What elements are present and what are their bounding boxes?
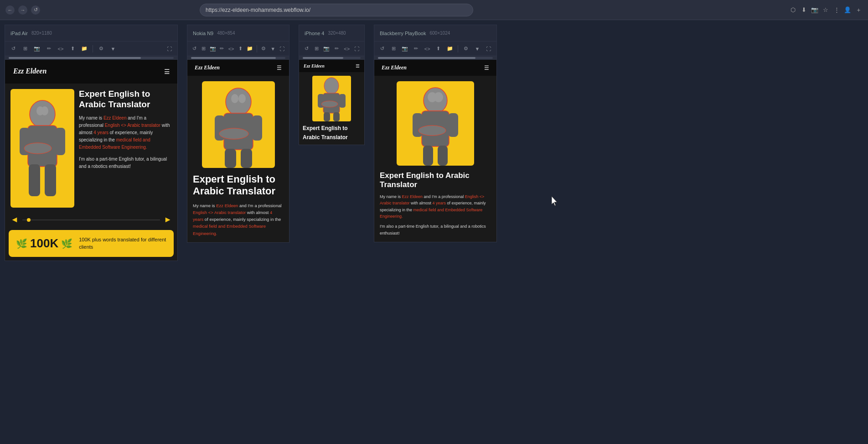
iphone-hero-image xyxy=(312,76,351,121)
nokia-tb-options[interactable]: ⚙ xyxy=(260,44,267,53)
svg-rect-14 xyxy=(225,149,236,168)
tb-expand[interactable]: ⛶ xyxy=(165,44,174,53)
svg-point-25 xyxy=(321,101,338,107)
browser-chrome: ← → ↺ https://ezz-eldeen-mohammeds.webfl… xyxy=(0,0,868,20)
nokia-label: Nokia N9 xyxy=(193,31,213,36)
bb-tb-camera[interactable]: 📷 xyxy=(400,44,409,53)
bb-hamburger[interactable]: ☰ xyxy=(484,65,489,71)
bookmark-icon[interactable]: ☆ xyxy=(822,6,830,14)
add-tab-icon[interactable]: ＋ xyxy=(854,6,863,14)
iphone-toolbar: ↺ ⊞ 📷 ✏ <> ⛶ xyxy=(299,42,364,56)
nokia-tb-expand[interactable]: ⛶ xyxy=(279,44,285,53)
browser-action-icons: ⬡ ⬇ 📷 ☆ ⋮ 👤 ＋ xyxy=(789,6,863,14)
menu-icon[interactable]: ⋮ xyxy=(832,6,841,14)
bb-tb-expand[interactable]: ⛶ xyxy=(484,44,493,53)
blackberry-label: Blackberry PlayBook xyxy=(380,31,426,36)
bb-hero-body-2: I'm also a part-time English tutor, a bi… xyxy=(380,223,491,236)
ipad-hamburger[interactable]: ☰ xyxy=(164,68,170,75)
bb-tb-grid[interactable]: ⊞ xyxy=(389,44,398,53)
bb-tb-sep xyxy=(458,45,458,52)
iphone-nav: Ezz Eldeen ☰ xyxy=(299,60,364,72)
nokia-tb-code[interactable]: <> xyxy=(228,44,234,53)
iphone-hamburger[interactable]: ☰ xyxy=(356,63,360,68)
tb-settings[interactable]: ⚙ xyxy=(97,44,106,53)
iphone-hero: Expert English to Arabic Translator xyxy=(299,72,364,145)
blackberry-toolbar: ↺ ⊞ 📷 ✏ <> ⬆ 📁 ⚙ ▼ ⛶ xyxy=(374,42,496,56)
nokia-n9-preview: Nokia N9 480×854 ↺ ⊞ 📷 ✏ <> ⬆ 📁 ⚙ ▼ ⛶ Ez… xyxy=(187,25,289,243)
nokia-nav: Ezz Eldeen ☰ xyxy=(187,60,289,76)
bb-site-content: Ezz Eldeen ☰ xyxy=(374,60,496,242)
nokia-toolbar: ↺ ⊞ 📷 ✏ <> ⬆ 📁 ⚙ ▼ ⛶ xyxy=(187,42,289,56)
tb-code[interactable]: <> xyxy=(56,44,65,53)
download-icon[interactable]: ⬇ xyxy=(800,6,808,14)
iphone-scroll-track xyxy=(303,57,361,59)
screenshot-icon[interactable]: 📷 xyxy=(811,6,819,14)
iphone-tb-camera[interactable]: 📷 xyxy=(323,44,330,53)
nokia-tb-refresh[interactable]: ↺ xyxy=(191,44,197,53)
tb-edit[interactable]: ✏ xyxy=(44,44,53,53)
nokia-tb-up[interactable]: ⬆ xyxy=(237,44,243,53)
iphone-hero-title: Expert English to xyxy=(303,125,361,131)
svg-rect-4 xyxy=(55,128,65,155)
bb-hero-image xyxy=(397,81,474,166)
bb-tb-refresh[interactable]: ↺ xyxy=(378,44,387,53)
svg-rect-29 xyxy=(448,113,458,137)
bb-tb-edit[interactable]: ✏ xyxy=(412,44,420,53)
nokia-tb-settings-dd[interactable]: ▼ xyxy=(270,44,276,53)
iphone-tb-edit[interactable]: ✏ xyxy=(333,44,341,53)
nokia-scroll-track xyxy=(191,57,285,59)
bb-tb-folder[interactable]: 📁 xyxy=(445,44,454,53)
tb-up[interactable]: ⬆ xyxy=(68,44,77,53)
tb-grid[interactable]: ⊞ xyxy=(21,44,30,53)
nokia-tb-grid[interactable]: ⊞ xyxy=(200,44,207,53)
profile-icon[interactable]: 👤 xyxy=(843,6,852,14)
back-button[interactable]: ← xyxy=(5,5,15,15)
bb-scroll-thumb xyxy=(378,57,475,59)
svg-rect-24 xyxy=(333,112,340,121)
url-bar[interactable]: https://ezz-eldeen-mohammeds.webflow.io/ xyxy=(200,4,473,16)
ipad-logo: Ezz Eldeen xyxy=(12,64,49,79)
svg-point-18 xyxy=(219,128,248,139)
tb-refresh[interactable]: ↺ xyxy=(9,44,18,53)
iphone-hero-title-2: Arabic Translator xyxy=(303,134,361,141)
iphone-tb-expand[interactable]: ⛶ xyxy=(353,44,361,53)
ipad-hero-text: Expert English to Arabic Translator My n… xyxy=(79,89,172,170)
tb-options[interactable]: ▼ xyxy=(108,44,118,53)
nokia-tb-edit[interactable]: ✏ xyxy=(219,44,225,53)
ipad-scroll[interactable] xyxy=(5,56,177,60)
tb-camera[interactable]: 📷 xyxy=(32,44,41,53)
bb-tb-up[interactable]: ⬆ xyxy=(434,44,443,53)
bb-tb-code[interactable]: <> xyxy=(423,44,432,53)
nokia-site-content: Ezz Eldeen ☰ xyxy=(187,60,289,242)
iphone-tb-refresh[interactable]: ↺ xyxy=(303,44,310,53)
extension-icon[interactable]: ⬡ xyxy=(789,6,797,14)
tb-sep xyxy=(93,45,93,52)
nokia-tb-folder[interactable]: 📁 xyxy=(246,44,253,53)
nokia-label-bar: Nokia N9 480×854 xyxy=(187,25,289,42)
bb-scroll[interactable] xyxy=(374,56,496,60)
bb-tb-settings[interactable]: ⚙ xyxy=(462,44,470,53)
refresh-button[interactable]: ↺ xyxy=(31,5,40,15)
tb-folder[interactable]: 📁 xyxy=(80,44,89,53)
svg-rect-30 xyxy=(423,146,433,166)
svg-point-10 xyxy=(226,88,251,115)
iphone-tb-grid[interactable]: ⊞ xyxy=(313,44,320,53)
forward-button[interactable]: → xyxy=(18,5,27,15)
nokia-scroll[interactable] xyxy=(187,56,289,60)
bb-scroll-track xyxy=(378,57,493,59)
iphone-scroll[interactable] xyxy=(299,56,364,60)
iphone-tb-code[interactable]: <> xyxy=(343,44,351,53)
ipad-site-content: Ezz Eldeen ☰ xyxy=(5,60,177,261)
scroll-thumb xyxy=(9,57,141,59)
nokia-hamburger[interactable]: ☰ xyxy=(277,65,282,71)
iphone-dimensions: 320×480 xyxy=(328,31,346,36)
svg-point-9 xyxy=(41,106,48,115)
iphone-label: iPhone 4 xyxy=(305,31,324,36)
bb-tb-settings-dd[interactable]: ▼ xyxy=(473,44,482,53)
svg-rect-13 xyxy=(252,115,262,141)
bb-hero: Expert English to Arabic Translator My n… xyxy=(374,76,496,242)
nokia-hero-body: My name is Ezz Eldeen and I'm a professi… xyxy=(193,202,284,237)
iphone-4-preview: iPhone 4 320×480 ↺ ⊞ 📷 ✏ <> ⛶ Ezz Eldeen… xyxy=(299,25,365,145)
nokia-tb-camera[interactable]: 📷 xyxy=(209,44,216,53)
svg-point-34 xyxy=(434,92,443,102)
